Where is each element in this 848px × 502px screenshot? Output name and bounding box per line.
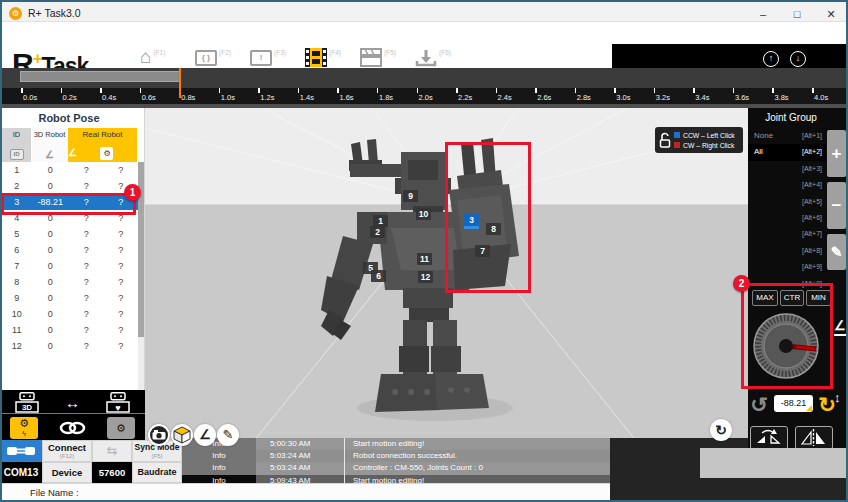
- timeline-scrollbar[interactable]: [20, 71, 180, 82]
- maximize-button[interactable]: □: [780, 4, 814, 24]
- pose-cell[interactable]: ?: [69, 178, 104, 194]
- download-from-robot-icon[interactable]: ↓: [790, 51, 806, 67]
- swap-pose-button[interactable]: [750, 426, 788, 450]
- joint-group-item[interactable]: [Alt+4]: [748, 177, 826, 193]
- link-chain-icon[interactable]: [58, 421, 86, 435]
- pose-row[interactable]: 80??: [2, 274, 138, 290]
- joint-group-item[interactable]: [Alt+9]: [748, 259, 826, 275]
- pose-cell[interactable]: 9: [2, 290, 32, 306]
- com-port-value[interactable]: COM13: [0, 462, 42, 483]
- tab-motion[interactable]: (F4): [305, 48, 347, 67]
- sync-icon-button[interactable]: ⇆: [92, 440, 132, 462]
- close-button[interactable]: ✕: [814, 4, 848, 24]
- timeline-playhead[interactable]: [179, 68, 181, 98]
- robot-heart-icon[interactable]: ♥: [103, 392, 133, 413]
- tab-code[interactable]: { }(F2): [195, 48, 237, 66]
- pose-cell[interactable]: 0: [32, 162, 69, 178]
- baudrate-label[interactable]: Baudrate: [132, 462, 182, 483]
- pose-row[interactable]: 90??: [2, 290, 138, 306]
- record-camera-button[interactable]: [148, 424, 170, 446]
- pose-cell[interactable]: ?: [69, 258, 104, 274]
- pose-cell[interactable]: 11: [2, 322, 32, 338]
- pose-cell[interactable]: ?: [104, 226, 139, 242]
- log-row[interactable]: Info5:00:30 AMStart motion editing!: [182, 438, 610, 450]
- edit-group-button[interactable]: ✎: [827, 234, 846, 270]
- pose-cell[interactable]: 0: [32, 322, 69, 338]
- pose-cell[interactable]: 8: [2, 274, 32, 290]
- view-cube-button[interactable]: [171, 424, 193, 446]
- joint-label-2[interactable]: 2: [370, 226, 385, 238]
- joint-group-item[interactable]: [Alt+8]: [748, 243, 826, 259]
- remove-group-button[interactable]: −: [827, 182, 846, 229]
- pose-cell[interactable]: ?: [104, 322, 139, 338]
- pose-cell[interactable]: ?: [69, 242, 104, 258]
- edit-pencil-button[interactable]: ✎: [217, 424, 239, 446]
- pose-cell[interactable]: ?: [69, 162, 104, 178]
- joint-label-11[interactable]: 11: [417, 253, 432, 265]
- log-row[interactable]: Info5:03:24 AMRobot connection successfu…: [182, 450, 610, 462]
- joint-group-item[interactable]: [Alt+7]: [748, 226, 826, 242]
- pose-cell[interactable]: 0: [32, 274, 69, 290]
- pose-row[interactable]: 100??: [2, 306, 138, 322]
- pose-row[interactable]: 20??: [2, 178, 138, 194]
- joint-group-item[interactable]: None[Alt+1]: [748, 128, 826, 144]
- transfer-arrows-icon[interactable]: ↔: [65, 394, 80, 411]
- torque-on-button[interactable]: ⚙ϟ: [10, 417, 38, 439]
- pose-cell[interactable]: ?: [69, 290, 104, 306]
- connect-button[interactable]: Connect(F12): [42, 440, 92, 462]
- joint-label-12[interactable]: 12: [418, 271, 433, 283]
- connect-plug-button[interactable]: [0, 440, 42, 462]
- pose-cell[interactable]: 0: [32, 290, 69, 306]
- pose-cell[interactable]: 0: [32, 226, 69, 242]
- joint-label-10[interactable]: 10: [416, 208, 431, 220]
- pose-cell[interactable]: ?: [104, 274, 139, 290]
- joint-group-item[interactable]: All[Alt+2]: [748, 144, 826, 160]
- pose-cell[interactable]: 7: [2, 258, 32, 274]
- joint-label-9[interactable]: 9: [403, 190, 418, 202]
- pose-cell[interactable]: ?: [69, 274, 104, 290]
- minimize-button[interactable]: –: [746, 4, 780, 24]
- pose-cell[interactable]: 0: [32, 242, 69, 258]
- pose-cell[interactable]: ?: [104, 306, 139, 322]
- pose-row[interactable]: 110??: [2, 322, 138, 338]
- pose-cell[interactable]: 2: [2, 178, 32, 194]
- robot-3d-icon[interactable]: 3D: [12, 392, 42, 413]
- timeline-ruler[interactable]: 0.0s0.2s0.4s0.6s0.8s1.0s1.2s1.4s1.6s1.8s…: [0, 88, 848, 104]
- pose-cell[interactable]: ?: [104, 258, 139, 274]
- pose-cell[interactable]: ?: [69, 226, 104, 242]
- pose-row[interactable]: 10??: [2, 162, 138, 178]
- angle-tool-icon[interactable]: ∠: [834, 318, 846, 336]
- upload-to-robot-icon[interactable]: ↑: [763, 51, 779, 67]
- pose-cell[interactable]: 5: [2, 226, 32, 242]
- joint-angle-input[interactable]: -88.21: [774, 395, 813, 412]
- mirror-pose-button[interactable]: [795, 426, 833, 450]
- pose-cell[interactable]: 0: [32, 338, 69, 354]
- baudrate-value[interactable]: 57600: [92, 462, 132, 483]
- pose-row[interactable]: 70??: [2, 258, 138, 274]
- pose-cell[interactable]: 12: [2, 338, 32, 354]
- tab-scene[interactable]: (F5): [360, 48, 402, 67]
- pose-cell[interactable]: 1: [2, 162, 32, 178]
- joint-group-item[interactable]: [Alt+6]: [748, 210, 826, 226]
- torque-off-button[interactable]: ⚙: [107, 417, 135, 439]
- pose-row[interactable]: 60??: [2, 242, 138, 258]
- tab-download[interactable]: (F6): [415, 48, 457, 67]
- pose-cell[interactable]: 0: [32, 306, 69, 322]
- joint-group-item[interactable]: [Alt+5]: [748, 194, 826, 210]
- pose-cell[interactable]: ?: [104, 162, 139, 178]
- pose-cell[interactable]: ?: [69, 306, 104, 322]
- tab-verify[interactable]: !(F3): [250, 48, 292, 66]
- log-row[interactable]: Info5:03:24 AMController : CM-550, Joint…: [182, 462, 610, 474]
- pose-cell[interactable]: 6: [2, 242, 32, 258]
- pose-cell[interactable]: ?: [69, 338, 104, 354]
- rotate-view-button[interactable]: ↻: [710, 419, 732, 441]
- measure-angle-button[interactable]: ∠: [194, 424, 216, 446]
- joint-group-item[interactable]: [Alt+3]: [748, 161, 826, 177]
- pose-cell[interactable]: 0: [32, 258, 69, 274]
- pose-cell[interactable]: ?: [104, 242, 139, 258]
- pose-cell[interactable]: 0: [32, 178, 69, 194]
- add-group-button[interactable]: +: [827, 130, 846, 177]
- device-label[interactable]: Device: [42, 462, 92, 483]
- joint-label-6[interactable]: 6: [371, 270, 386, 282]
- unlock-icon[interactable]: [658, 132, 671, 148]
